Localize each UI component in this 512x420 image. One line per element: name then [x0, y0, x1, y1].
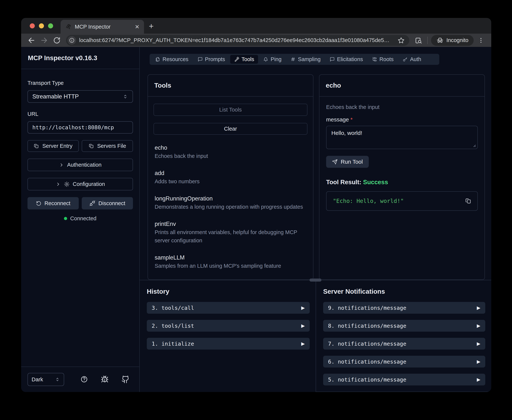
tool-name: add — [155, 169, 306, 177]
tool-name: printEnv — [155, 220, 306, 228]
notification-row[interactable]: 8. notifications/message ▶ — [323, 320, 485, 332]
chevron-updown-icon — [122, 94, 128, 99]
tab-title: MCP Inspector — [75, 24, 131, 30]
minimize-window-button[interactable] — [39, 23, 44, 28]
bookmark-star-icon[interactable] — [397, 37, 405, 44]
server-url-input[interactable] — [28, 121, 133, 134]
expand-icon[interactable]: ▶ — [477, 323, 480, 329]
notification-row[interactable]: 6. notifications/message ▶ — [323, 356, 485, 368]
history-row-label: 1. initialize — [152, 341, 301, 347]
incognito-badge: Incognito — [431, 35, 474, 46]
tab-label: Sampling — [298, 56, 321, 62]
connection-status: Connected — [28, 215, 133, 222]
expand-icon[interactable]: ▶ — [477, 377, 480, 382]
tool-list-item[interactable]: echo Echoes back the input — [155, 144, 306, 160]
tab-label: Auth — [410, 56, 421, 62]
message-input[interactable]: Hello, world! — [326, 126, 478, 149]
site-info-icon[interactable] — [68, 36, 76, 45]
sidebar: MCP Inspector v0.16.3 Transport Type Str… — [21, 47, 140, 392]
zoom-window-button[interactable] — [48, 23, 53, 28]
tab-prompts[interactable]: Prompts — [193, 55, 229, 64]
server-entry-button[interactable]: Server Entry — [28, 140, 79, 152]
tool-name: sampleLLM — [155, 254, 306, 262]
incognito-icon — [436, 37, 444, 44]
rotate-ccw-icon — [36, 201, 41, 206]
history-row[interactable]: 3. tools/call ▶ — [147, 302, 310, 314]
tab-roots[interactable]: Roots — [368, 55, 397, 64]
required-marker: * — [351, 116, 353, 123]
tab-sampling[interactable]: Sampling — [286, 55, 324, 64]
browser-window: MCP Inspector ✕ + localhost:6274/?MCP_PR… — [21, 18, 491, 392]
search-tabs-icon[interactable] — [413, 35, 424, 46]
notification-row-label: 6. notifications/message — [328, 359, 477, 365]
tab-label: Prompts — [205, 56, 225, 62]
theme-value: Dark — [32, 376, 43, 383]
list-tools-button[interactable]: List Tools — [153, 104, 307, 116]
notification-row[interactable]: 9. notifications/message ▶ — [323, 302, 485, 314]
notification-row[interactable]: 5. notifications/message ▶ — [323, 374, 485, 385]
authentication-button[interactable]: Authentication — [28, 159, 133, 171]
tools-panel-title: Tools — [154, 82, 171, 89]
notification-row[interactable]: 7. notifications/message ▶ — [323, 338, 485, 350]
history-row[interactable]: 2. tools/list ▶ — [147, 320, 310, 332]
mcp-inspector-app: MCP Inspector v0.16.3 Transport Type Str… — [21, 47, 491, 392]
expand-icon[interactable]: ▶ — [477, 305, 480, 310]
unplug-icon — [89, 200, 95, 206]
disconnect-button[interactable]: Disconnect — [82, 197, 133, 210]
clear-tools-button[interactable]: Clear — [153, 123, 307, 135]
tool-list-item[interactable]: add Adds two numbers — [155, 169, 306, 186]
tab-tools[interactable]: Tools — [230, 55, 258, 64]
bug-icon[interactable] — [101, 375, 109, 383]
browser-tab[interactable]: MCP Inspector ✕ — [61, 20, 144, 34]
tool-list-item[interactable]: printEnv Prints all environment variable… — [155, 220, 306, 245]
tab-elicitations[interactable]: Elicitations — [326, 55, 367, 64]
tab-ping[interactable]: Ping — [259, 55, 285, 64]
tab-auth[interactable]: Auth — [399, 55, 425, 64]
copy-icon — [89, 143, 94, 149]
browser-toolbar: localhost:6274/?MCP_PROXY_AUTH_TOKEN=ec1… — [21, 34, 491, 47]
status-label: Connected — [70, 215, 96, 222]
transport-type-value: Streamable HTTP — [32, 93, 79, 100]
back-icon[interactable] — [26, 35, 37, 46]
tools-list: echo Echoes back the input add Adds two … — [153, 135, 307, 270]
tab-close-icon[interactable]: ✕ — [135, 23, 139, 30]
github-icon[interactable] — [121, 375, 130, 383]
tab-resources[interactable]: Resources — [151, 55, 192, 64]
browser-menu-icon[interactable] — [475, 35, 486, 46]
reconnect-button[interactable]: Reconnect — [28, 197, 79, 210]
url-text[interactable]: localhost:6274/?MCP_PROXY_AUTH_TOKEN=ec1… — [79, 37, 394, 43]
run-tool-button[interactable]: Run Tool — [326, 156, 369, 168]
close-window-button[interactable] — [30, 23, 35, 28]
tool-list-item[interactable]: longRunningOperation Demonstrates a long… — [155, 195, 306, 211]
expand-icon[interactable]: ▶ — [301, 323, 305, 329]
forward-icon[interactable] — [39, 35, 50, 46]
tool-list-item[interactable]: sampleLLM Samples from an LLM using MCP'… — [155, 254, 306, 270]
expand-icon[interactable]: ▶ — [301, 341, 305, 346]
panel-resize-handle[interactable] — [309, 278, 321, 282]
help-icon[interactable] — [80, 375, 88, 383]
new-tab-button[interactable]: + — [149, 21, 154, 32]
expand-icon[interactable]: ▶ — [477, 341, 480, 346]
gear-icon — [64, 181, 70, 187]
expand-icon[interactable]: ▶ — [301, 305, 305, 310]
send-icon — [332, 159, 338, 165]
tool-detail-description: Echoes back the input — [326, 103, 478, 111]
history-row[interactable]: 1. initialize ▶ — [147, 338, 310, 350]
reload-icon[interactable] — [51, 35, 62, 46]
tool-result-status: Success — [363, 179, 388, 186]
servers-file-button[interactable]: Servers File — [82, 140, 133, 152]
transport-type-select[interactable]: Streamable HTTP — [28, 90, 133, 103]
resize-grip-icon[interactable] — [472, 143, 476, 148]
traffic-lights — [21, 18, 61, 34]
url-bar[interactable]: localhost:6274/?MCP_PROXY_AUTH_TOKEN=ec1… — [66, 35, 409, 46]
theme-select[interactable]: Dark — [28, 373, 64, 386]
incognito-label: Incognito — [446, 37, 468, 43]
history-title: History — [147, 288, 310, 295]
history-row-label: 2. tools/list — [152, 323, 301, 329]
run-tool-label: Run Tool — [341, 159, 363, 165]
configuration-button[interactable]: Configuration — [28, 178, 133, 190]
copy-result-icon[interactable] — [465, 198, 472, 204]
expand-icon[interactable]: ▶ — [477, 359, 480, 364]
authentication-label: Authentication — [67, 162, 101, 168]
tab-label: Resources — [162, 56, 189, 62]
